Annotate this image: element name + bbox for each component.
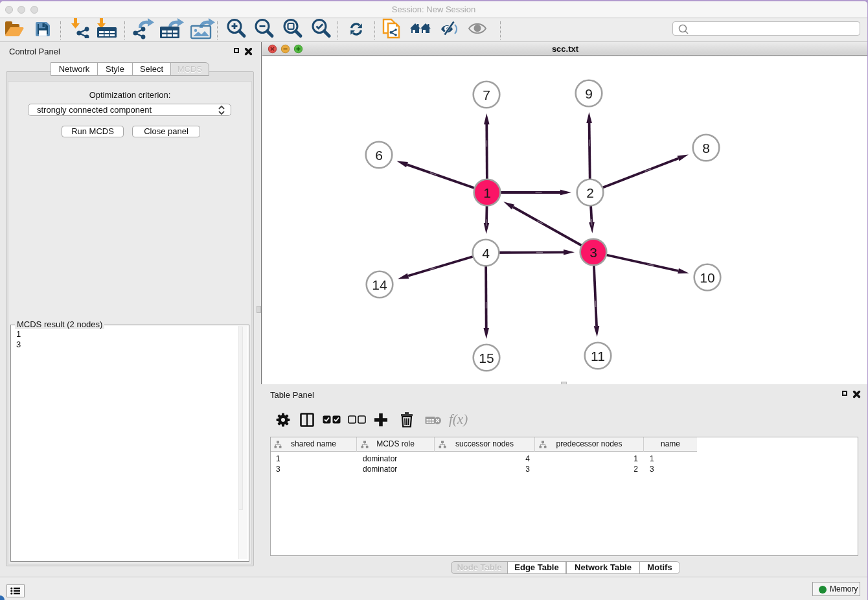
svg-text:3: 3 xyxy=(589,245,597,260)
svg-text:11: 11 xyxy=(591,349,605,363)
svg-text:15: 15 xyxy=(479,351,494,365)
svg-text:2: 2 xyxy=(586,185,594,200)
svg-text:1: 1 xyxy=(483,185,491,200)
svg-text:14: 14 xyxy=(372,277,387,292)
svg-text:9: 9 xyxy=(585,86,593,101)
svg-text:7: 7 xyxy=(483,87,490,102)
svg-text:6: 6 xyxy=(375,148,383,163)
svg-text:4: 4 xyxy=(482,246,490,260)
svg-text:8: 8 xyxy=(702,141,710,156)
svg-text:10: 10 xyxy=(700,270,714,285)
